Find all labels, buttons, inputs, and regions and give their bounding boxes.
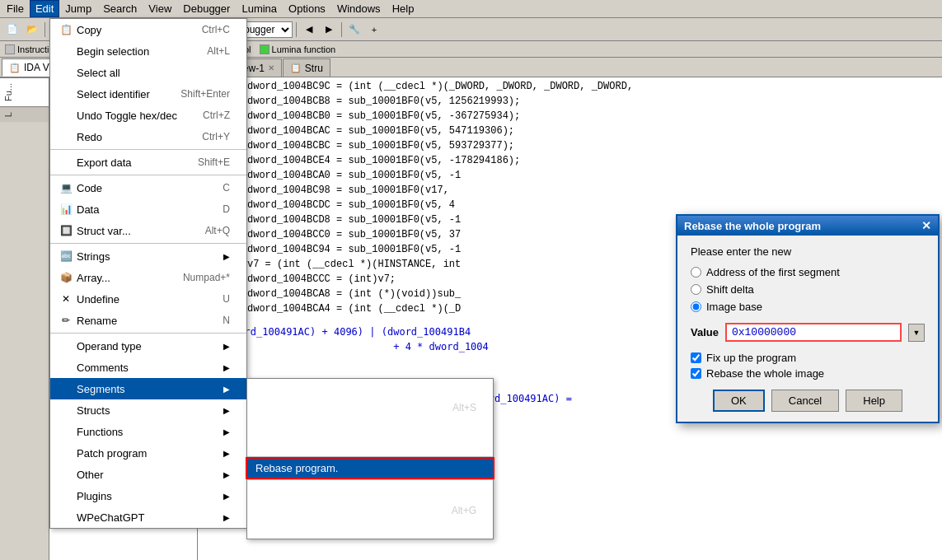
toolbar-open[interactable]: 📂 <box>23 21 41 39</box>
menu-other[interactable]: Other ▶ <box>50 464 246 485</box>
checkbox-row: Fix up the program Rebase the whole imag… <box>691 352 925 380</box>
menu-code[interactable]: 💻 Code C <box>50 177 246 198</box>
menu-sep-1 <box>50 149 246 150</box>
menu-plugins[interactable]: Plugins ▶ <box>50 485 246 506</box>
radio-address[interactable]: Address of the first segment <box>691 266 925 278</box>
code-line-85: 85 dword_1004BCA0 = sub_10001BF0(v5, -1 <box>203 168 937 183</box>
operand-arrow: ▶ <box>223 342 230 351</box>
menu-segments[interactable]: Segments ▶ Create segment... Edit segmen… <box>50 378 246 399</box>
patch-arrow: ▶ <box>223 449 230 458</box>
menu-functions[interactable]: Functions ▶ <box>50 421 246 442</box>
menu-undefine[interactable]: ✕ Undefine U <box>50 288 246 310</box>
value-input[interactable] <box>725 323 902 342</box>
tab-struct-icon: 📋 <box>290 63 302 73</box>
rebase-dialog: Rebase the whole program ✕ Please enter … <box>676 214 940 423</box>
dialog-help-button[interactable]: Help <box>846 390 902 412</box>
wpechat-arrow: ▶ <box>223 513 230 522</box>
toolbar-back[interactable]: ◀ <box>300 21 318 39</box>
code-line-83: 83 dword_1004BCBC = sub_10001BF0(v5, 593… <box>203 138 937 153</box>
code-line-86: 86 dword_1004BC98 = sub_10001BF0(v17, <box>203 183 937 198</box>
undefine-icon: ✕ <box>59 292 73 306</box>
dialog-ok-button[interactable]: OK <box>713 390 765 412</box>
menu-options[interactable]: Options <box>284 1 330 16</box>
menu-select-all[interactable]: Select all <box>50 62 246 83</box>
toolbar-sep-1 <box>45 22 45 37</box>
menu-export-data[interactable]: Export data Shift+E <box>50 152 246 173</box>
menu-lumina[interactable]: Lumina <box>237 1 282 16</box>
menu-struct-var[interactable]: 🔲 Struct var... Alt+Q <box>50 220 246 241</box>
menubar: File Edit Jump Search View Debugger Lumi… <box>0 0 942 18</box>
operand-icon <box>59 338 73 353</box>
submenu-set-default-register[interactable]: Set default segment register value... <box>247 520 493 539</box>
dialog-cancel-button[interactable]: Cancel <box>771 390 839 412</box>
copy-icon: 📋 <box>59 22 73 37</box>
tab-struct[interactable]: 📋 Stru <box>283 58 330 77</box>
submenu-edit-segment[interactable]: Edit segment... Alt+S <box>247 398 493 417</box>
menu-strings[interactable]: 🔤 Strings ▶ <box>50 245 246 267</box>
legend-lumina-label: Lumina function <box>272 44 336 54</box>
edit-menu-dropdown: 📋 Copy Ctrl+C Begin selection Alt+L Sele… <box>49 18 247 529</box>
sidebar-tab-functions[interactable]: Fu... <box>0 77 49 106</box>
menu-patch-program[interactable]: Patch program ▶ <box>50 442 246 464</box>
sidebar-tab-extra[interactable]: L <box>0 106 49 122</box>
menu-begin-selection[interactable]: Begin selection Alt+L <box>50 40 246 62</box>
menu-select-identifier[interactable]: Select identifier Shift+Enter <box>50 83 246 105</box>
code-line-81: 81 dword_1004BCB0 = sub_10001BF0(v5, -36… <box>203 109 937 124</box>
toolbar-new[interactable]: 📄 <box>3 21 21 39</box>
checkbox-rebase-image-input[interactable] <box>691 368 701 379</box>
plugins-arrow: ▶ <box>223 492 230 501</box>
menu-debugger[interactable]: Debugger <box>178 1 235 16</box>
legend-lumina-color <box>260 44 269 54</box>
checkbox-fixup-input[interactable] <box>691 352 701 363</box>
export-icon <box>59 155 73 170</box>
menu-comments[interactable]: Comments ▶ <box>50 357 246 378</box>
menu-view[interactable]: View <box>143 1 176 16</box>
menu-file[interactable]: File <box>2 1 29 16</box>
radio-group: Address of the first segment Shift delta… <box>691 266 925 313</box>
menu-edit[interactable]: Edit <box>30 1 59 16</box>
checkbox-rebase-image[interactable]: Rebase the whole image <box>691 367 925 380</box>
menu-data[interactable]: 📊 Data D <box>50 198 246 220</box>
comments-arrow: ▶ <box>223 363 230 372</box>
value-dropdown[interactable]: ▼ <box>908 324 925 342</box>
menu-help[interactable]: Help <box>387 1 419 16</box>
submenu-move-segment[interactable]: Move current segment... <box>247 436 493 455</box>
struct-icon: 🔲 <box>59 223 73 238</box>
radio-shift[interactable]: Shift delta <box>691 283 925 296</box>
menu-redo[interactable]: Redo Ctrl+Y <box>50 126 246 147</box>
submenu-change-segment-register[interactable]: Change segment register value... Alt+G <box>247 501 493 520</box>
radio-base-label: Image base <box>706 301 762 313</box>
radio-address-input[interactable] <box>691 267 701 278</box>
radio-shift-input[interactable] <box>691 284 701 295</box>
checkbox-fixup[interactable]: Fix up the program <box>691 352 925 364</box>
dialog-close-button[interactable]: ✕ <box>921 219 931 232</box>
radio-address-label: Address of the first segment <box>706 266 840 278</box>
submenu-create-segment[interactable]: Create segment... <box>247 379 493 398</box>
menu-wpechagpt[interactable]: WPeChatGPT ▶ <box>50 506 246 528</box>
menu-undo-toggle[interactable]: Undo Toggle hex/dec Ctrl+Z <box>50 105 246 126</box>
submenu-delete-segment[interactable]: Delete segment... <box>247 417 493 436</box>
strings-arrow: ▶ <box>223 252 230 261</box>
toolbar-forward[interactable]: ▶ <box>320 21 338 39</box>
undo-icon <box>59 108 73 123</box>
dialog-buttons: OK Cancel Help <box>691 390 925 412</box>
menu-jump[interactable]: Jump <box>60 1 96 16</box>
radio-base-input[interactable] <box>691 301 701 312</box>
tab-ida-view-icon: 📋 <box>9 63 21 73</box>
submenu-change-segment-translation[interactable]: Change segment translation... <box>247 482 493 501</box>
toolbar-extra2[interactable]: + <box>365 21 383 39</box>
menu-windows[interactable]: Windows <box>332 1 386 16</box>
menu-operand-type[interactable]: Operand type ▶ <box>50 335 246 357</box>
tab-hex-view-close[interactable]: ✕ <box>268 63 274 72</box>
dialog-body: Please enter the new Address of the firs… <box>677 236 938 422</box>
menu-search[interactable]: Search <box>98 1 142 16</box>
menu-rename[interactable]: ✏ Rename N <box>50 310 246 331</box>
legend-instruction-color <box>5 44 15 54</box>
menu-copy[interactable]: 📋 Copy Ctrl+C <box>50 19 246 40</box>
submenu-rebase-program[interactable]: Rebase program. <box>247 459 493 478</box>
toolbar-extra1[interactable]: 🔧 <box>345 21 363 39</box>
code-line-87: 87 dword_1004BCDC = sub_10001BF0(v5, 4 <box>203 198 937 212</box>
radio-base[interactable]: Image base <box>691 301 925 313</box>
menu-array[interactable]: 📦 Array... Numpad+* <box>50 267 246 288</box>
menu-structs[interactable]: Structs ▶ <box>50 399 246 421</box>
